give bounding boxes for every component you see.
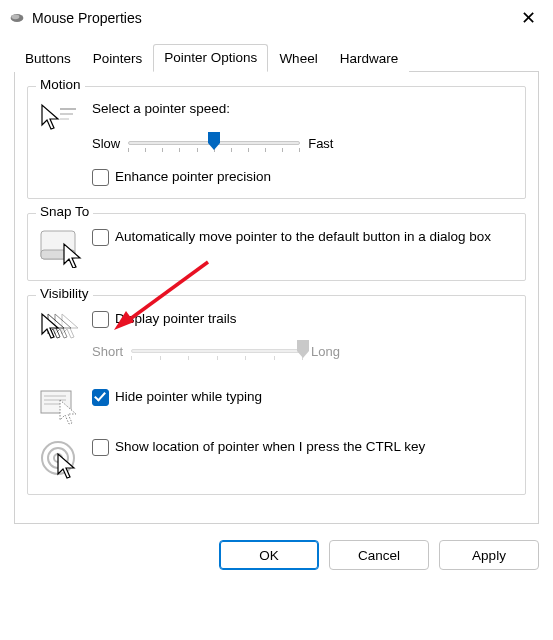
tab-buttons[interactable]: Buttons — [14, 45, 82, 72]
group-snapto: Snap To Automatically move pointer to th… — [27, 213, 526, 281]
hide-typing-checkbox[interactable] — [92, 389, 109, 406]
trails-icon — [40, 310, 92, 344]
snapto-icon — [40, 228, 92, 268]
group-visibility-label: Visibility — [36, 286, 93, 301]
enhance-precision-row[interactable]: Enhance pointer precision — [92, 168, 513, 186]
pointer-trails-row[interactable]: Display pointer trails — [92, 310, 513, 328]
title-bar: Mouse Properties ✕ — [0, 0, 553, 34]
pointer-speed-slider[interactable] — [128, 132, 300, 154]
snapto-row[interactable]: Automatically move pointer to the defaul… — [92, 228, 513, 246]
window-title: Mouse Properties — [32, 10, 513, 26]
group-motion-label: Motion — [36, 77, 85, 92]
svg-point-1 — [11, 14, 19, 19]
snapto-label: Automatically move pointer to the defaul… — [115, 228, 491, 246]
tab-pointers[interactable]: Pointers — [82, 45, 154, 72]
ctrl-locate-label: Show location of pointer when I press th… — [115, 438, 425, 456]
close-icon[interactable]: ✕ — [513, 7, 543, 29]
slow-label: Slow — [92, 136, 120, 151]
tab-hardware[interactable]: Hardware — [329, 45, 410, 72]
ctrl-locate-checkbox[interactable] — [92, 439, 109, 456]
ok-button[interactable]: OK — [219, 540, 319, 570]
enhance-precision-checkbox[interactable] — [92, 169, 109, 186]
fast-label: Fast — [308, 136, 333, 151]
pointer-trails-checkbox[interactable] — [92, 311, 109, 328]
apply-button[interactable]: Apply — [439, 540, 539, 570]
hide-typing-label: Hide pointer while typing — [115, 388, 262, 406]
ctrl-locate-row[interactable]: Show location of pointer when I press th… — [92, 438, 513, 456]
hide-typing-icon — [40, 388, 92, 426]
dialog-buttons: OK Cancel Apply — [0, 538, 553, 582]
group-snapto-label: Snap To — [36, 204, 93, 219]
short-label: Short — [92, 344, 123, 359]
enhance-precision-label: Enhance pointer precision — [115, 168, 271, 186]
pointer-speed-label: Select a pointer speed: — [92, 101, 513, 116]
tabstrip: Buttons Pointers Pointer Options Wheel H… — [14, 44, 539, 72]
tab-page: Motion Select a pointer speed: Slow — [14, 72, 539, 524]
hide-typing-row[interactable]: Hide pointer while typing — [92, 388, 513, 406]
ctrl-locate-icon — [40, 438, 92, 480]
long-label: Long — [311, 344, 340, 359]
tab-wheel[interactable]: Wheel — [268, 45, 328, 72]
pointer-trails-label: Display pointer trails — [115, 310, 237, 328]
cancel-button[interactable]: Cancel — [329, 540, 429, 570]
tab-pointer-options[interactable]: Pointer Options — [153, 44, 268, 72]
mouse-app-icon — [8, 11, 26, 25]
group-motion: Motion Select a pointer speed: Slow — [27, 86, 526, 199]
snapto-checkbox[interactable] — [92, 229, 109, 246]
group-visibility: Visibility Display poi — [27, 295, 526, 495]
motion-cursor-icon — [40, 101, 92, 133]
trails-length-slider — [131, 340, 303, 362]
